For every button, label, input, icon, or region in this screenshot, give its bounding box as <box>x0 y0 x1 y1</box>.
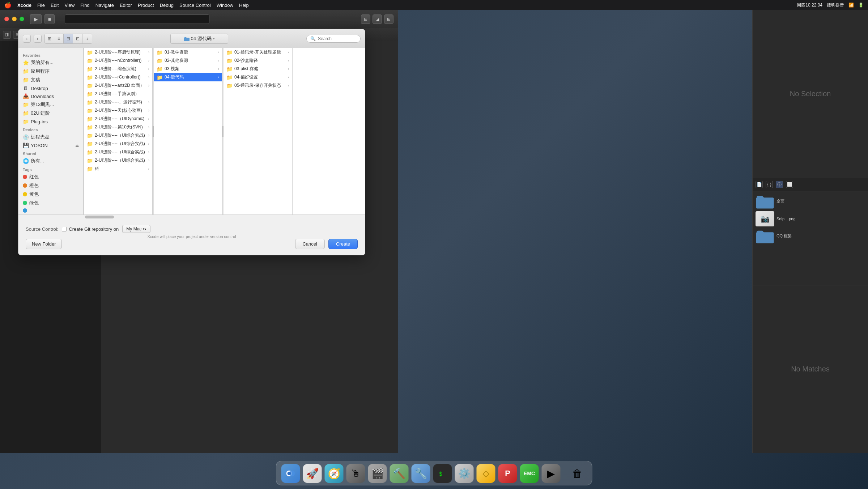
dock-item-tools[interactable]: 🔨 <box>389 463 409 484</box>
dock-item-sysprefs[interactable]: ⚙️ <box>454 463 475 484</box>
col1-item-10[interactable]: 📁 2-UI进阶----第10天(SVN) › <box>84 123 152 131</box>
dialog-forward-btn[interactable]: › <box>34 35 42 43</box>
play-btn[interactable]: ▶ <box>30 14 42 24</box>
col1-item-3[interactable]: 📁 2-UI进阶----综合演练) › <box>84 65 152 73</box>
dock-item-quicktime[interactable]: 🎬 <box>367 463 388 484</box>
col1-item-7[interactable]: 📁 2-UI进阶-----、运行循环) › <box>84 98 152 106</box>
new-folder-button[interactable]: New Folder <box>26 239 62 249</box>
create-git-checkbox-label[interactable]: Create Git repository on <box>62 226 119 232</box>
current-path-btn[interactable]: 04-源代码 ▾ <box>170 34 228 44</box>
sidebar-item-tag-red[interactable]: 红色 <box>18 173 83 181</box>
col1-item-6[interactable]: 📁 2-UI进阶----手势识别） <box>84 90 152 98</box>
sidebar-item-plugins[interactable]: 📁 Plug-ins <box>18 118 83 126</box>
col1-item-9[interactable]: 📁 2-UI进阶----（UIDynamic) › <box>84 115 152 123</box>
menu-source-control[interactable]: Source Control <box>179 3 211 8</box>
search-input[interactable] <box>318 36 357 41</box>
dialog-back-btn[interactable]: ‹ <box>23 35 31 43</box>
sidebar-item-docs[interactable]: 📁 文稿 <box>18 76 83 84</box>
sidebar-item-downloads[interactable]: 📥 Downloads <box>18 92 83 100</box>
xcode-layout-btn-1[interactable]: ⊟ <box>361 14 370 24</box>
tl-green[interactable] <box>20 17 24 21</box>
dock-item-launchpad[interactable]: 🚀 <box>302 463 323 484</box>
col3-item-4[interactable]: 📁 04-偏好设置 › <box>224 73 292 81</box>
col1-item-8[interactable]: 📁 2-UI进阶----天(核心动画) › <box>84 106 152 115</box>
sidebar-item-all[interactable]: ⭐ 我的所有... <box>18 58 83 67</box>
col1-item-11[interactable]: 📁 2-UI进阶----（UI综合实战) › <box>84 131 152 140</box>
menu-xcode[interactable]: Xcode <box>17 3 31 8</box>
git-location-dropdown[interactable]: My Mac ▾▴ <box>122 225 150 233</box>
menu-view[interactable]: View <box>64 3 75 8</box>
view-list-btn[interactable]: ≡ <box>54 34 64 43</box>
inspector-code-btn[interactable]: { } <box>766 181 773 188</box>
sidebar-item-yoson[interactable]: 💾 YOSON ⏏ <box>18 141 83 149</box>
col2-item-3[interactable]: 📁 03-视频 › <box>154 65 222 73</box>
sidebar-item-optical[interactable]: 💿 远程光盘 <box>18 133 83 141</box>
dock-item-finder[interactable] <box>281 463 301 484</box>
inspector-file-item-1[interactable]: 桌面 <box>754 193 867 210</box>
tl-yellow[interactable] <box>12 17 17 21</box>
xcode-layout-btn-3[interactable]: ⊞ <box>384 14 393 24</box>
dock-item-app-red[interactable]: P <box>498 463 518 484</box>
sidebar-item-apps[interactable]: 📁 应用程序 <box>18 67 83 76</box>
menubar-search[interactable]: 搜狗拼音 <box>827 2 844 8</box>
sidebar-item-tag-yellow[interactable]: 黄色 <box>18 190 83 199</box>
sidebar-toggle-btn[interactable]: ◨ <box>3 31 11 39</box>
col2-item-1[interactable]: 📁 01-教学资源 › <box>154 48 222 56</box>
menu-editor[interactable]: Editor <box>120 3 132 8</box>
dock-item-app-dark[interactable]: ▶ <box>541 463 561 484</box>
cancel-button[interactable]: Cancel <box>295 239 325 249</box>
dock-item-xcode[interactable]: 🔧 <box>411 463 431 484</box>
menu-product[interactable]: Product <box>138 3 154 8</box>
view-share-btn[interactable]: ↓ <box>82 34 92 43</box>
col1-item-15[interactable]: 📁 科 › <box>84 165 152 173</box>
sidebar-item-all-shared[interactable]: 🌐 所有... <box>18 157 83 165</box>
dialog-search[interactable]: 🔍 <box>306 35 361 43</box>
col3-item-2[interactable]: 📁 02-沙盒路径 › <box>224 56 292 65</box>
col1-item-1[interactable]: 📁 2-UI进阶----序启动原理) › <box>84 48 152 56</box>
inspector-file-btn[interactable]: 📄 <box>756 181 763 188</box>
inspector-quick-btn[interactable]: ⬜ <box>786 181 793 188</box>
sidebar-item-13[interactable]: 📁 第13期黑... <box>18 100 83 109</box>
dock-item-terminal[interactable]: $_ <box>433 463 453 484</box>
menu-debug[interactable]: Debug <box>160 3 174 8</box>
col3-item-5[interactable]: 📁 05-通讯录-保存开关状态 › <box>224 81 292 90</box>
apple-menu[interactable]: 🍎 <box>4 2 12 9</box>
dock-item-sketch[interactable]: ◇ <box>476 463 496 484</box>
dock-item-emc[interactable]: EMC <box>519 463 540 484</box>
col3-item-1[interactable]: 📁 01-通讯录-开关处理逻辑 › <box>224 48 292 56</box>
sidebar-item-desktop[interactable]: 🖥 Desktop <box>18 84 83 92</box>
menu-window[interactable]: Window <box>217 3 233 8</box>
col1-item-13[interactable]: 📁 2-UI进阶----（UI综合实战) › <box>84 148 152 156</box>
sidebar-item-tag-orange[interactable]: 橙色 <box>18 181 83 190</box>
sidebar-item-tag-green[interactable]: 绿色 <box>18 199 83 207</box>
inspector-file-item-2[interactable]: 📷 Snip....png <box>754 210 867 228</box>
col2-item-4[interactable]: 📁 04-源代码 › <box>154 73 222 81</box>
sidebar-item-02ui[interactable]: 📁 02UI进阶 <box>18 109 83 118</box>
menu-edit[interactable]: Edit <box>51 3 59 8</box>
menu-file[interactable]: File <box>37 3 45 8</box>
xcode-layout-btn-2[interactable]: ◪ <box>373 14 382 24</box>
eject-icon[interactable]: ⏏ <box>75 143 79 148</box>
col1-item-2[interactable]: 📁 2-UI进阶----nController)) › <box>84 56 152 65</box>
dialog-scrollbar[interactable] <box>18 214 365 219</box>
view-column-btn[interactable]: ⊟ <box>64 34 73 43</box>
dock-item-mouse[interactable]: 🖱 <box>346 463 366 484</box>
view-coverflow-btn[interactable]: ⊡ <box>73 34 82 43</box>
sidebar-item-tag-blue[interactable] <box>18 207 83 214</box>
col1-item-4[interactable]: 📁 2-UI进阶----rController)) › <box>84 73 152 81</box>
create-git-checkbox[interactable] <box>62 227 67 231</box>
view-icon-btn[interactable]: ⊞ <box>45 34 54 43</box>
col3-item-3[interactable]: 📁 03-plist 存储 › <box>224 65 292 73</box>
col1-item-5[interactable]: 📁 2-UI进阶----artz2D 绘面） › <box>84 81 152 90</box>
inspector-file-item-3[interactable]: QQ 框架 <box>754 228 867 245</box>
menu-help[interactable]: Help <box>239 3 249 8</box>
stop-btn[interactable]: ■ <box>44 14 55 24</box>
menu-find[interactable]: Find <box>80 3 89 8</box>
dock-item-trash[interactable]: 🗑 <box>567 463 588 484</box>
dock-item-safari[interactable]: 🧭 <box>324 463 344 484</box>
col2-item-2[interactable]: 📁 02-其他资源 › <box>154 56 222 65</box>
inspector-info-btn[interactable]: ⓘ <box>776 181 783 188</box>
tl-red[interactable] <box>4 17 9 21</box>
create-button[interactable]: Create <box>328 239 358 249</box>
menu-navigate[interactable]: Navigate <box>95 3 114 8</box>
